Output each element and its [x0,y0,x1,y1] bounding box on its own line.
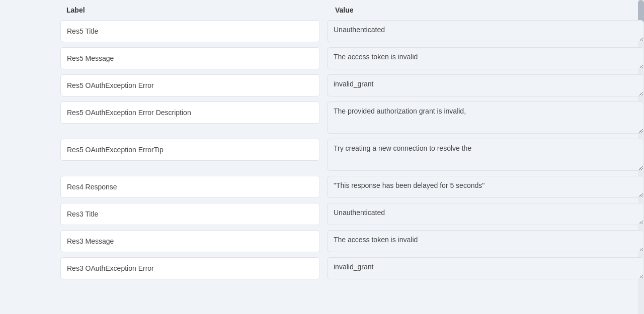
value-cell-res4-response[interactable]: "This response has been delayed for 5 se… [327,176,644,198]
value-cell-res5-oauth-error-desc[interactable]: The provided authorization grant is inva… [327,101,644,134]
resize-handle-icon: ⌟ [639,245,641,251]
value-cell-res5-title[interactable]: Unauthenticated⌟ [327,20,644,42]
resize-handle-icon: ⌟ [639,218,641,224]
resize-handle-icon: ⌟ [639,89,641,95]
page-container: Label Value Res5 TitleUnauthenticated⌟Re… [0,0,644,314]
label-cell-res3-title: Res3 Title [60,203,320,225]
rows-container: Res5 TitleUnauthenticated⌟Res5 MessageTh… [60,20,644,279]
resize-handle-icon: ⌟ [639,127,641,132]
value-wrapper-res3-oauth-error: invalid_grant⌟ [327,257,644,279]
table-row: Res3 MessageThe access token is invalid⌟ [60,230,644,252]
value-cell-res5-oauth-errortip[interactable]: Try creating a new connection to resolve… [327,139,644,171]
resize-handle-icon: ⌟ [639,35,641,41]
resize-handle-icon: ⌟ [639,164,641,169]
value-column-header: Value [327,6,644,14]
label-cell-res3-oauth-error: Res3 OAuthException Error [60,257,320,279]
table-header: Label Value [60,0,644,20]
table-row: Res5 OAuthException Errorinvalid_grant⌟ [60,74,644,96]
value-cell-res3-message[interactable]: The access token is invalid⌟ [327,230,644,252]
table-row: Res5 OAuthException ErrorTip▲▼Try creati… [60,139,644,171]
value-wrapper-res5-oauth-error-desc: ▲▼The provided authorization grant is in… [327,101,644,134]
label-cell-res5-oauth-error: Res5 OAuthException Error [60,74,320,96]
value-wrapper-res5-title: Unauthenticated⌟ [327,20,644,42]
label-cell-res3-message: Res3 Message [60,230,320,252]
value-wrapper-res4-response: "This response has been delayed for 5 se… [327,176,644,198]
table-row: Res3 OAuthException Errorinvalid_grant⌟ [60,257,644,279]
resize-handle-icon: ⌟ [639,191,641,196]
label-cell-res4-response: Res4 Response [60,176,320,198]
value-cell-res3-oauth-error[interactable]: invalid_grant⌟ [327,257,644,279]
value-cell-res3-title[interactable]: Unauthenticated⌟ [327,203,644,225]
value-wrapper-res3-title: Unauthenticated⌟ [327,203,644,225]
value-wrapper-res5-message: The access token is invalid⌟ [327,47,644,69]
value-wrapper-res5-oauth-error: invalid_grant⌟ [327,74,644,96]
table-row: Res5 TitleUnauthenticated⌟ [60,20,644,42]
table-row: Res3 TitleUnauthenticated⌟ [60,203,644,225]
value-cell-res5-oauth-error[interactable]: invalid_grant⌟ [327,74,644,96]
resize-handle-icon: ⌟ [639,62,641,68]
value-wrapper-res3-message: The access token is invalid⌟ [327,230,644,252]
value-cell-res5-message[interactable]: The access token is invalid⌟ [327,47,644,69]
label-column-header: Label [60,6,327,14]
table-row: Res5 MessageThe access token is invalid⌟ [60,47,644,69]
value-wrapper-res5-oauth-errortip: ▲▼Try creating a new connection to resol… [327,139,644,171]
label-cell-res5-message: Res5 Message [60,47,320,69]
label-cell-res5-title: Res5 Title [60,20,320,42]
table-row: Res5 OAuthException Error Description▲▼T… [60,101,644,134]
label-cell-res5-oauth-error-desc: Res5 OAuthException Error Description [60,101,320,124]
label-cell-res5-oauth-errortip: Res5 OAuthException ErrorTip [60,139,320,161]
table-row: Res4 Response"This response has been del… [60,176,644,198]
resize-handle-icon: ⌟ [639,272,641,278]
